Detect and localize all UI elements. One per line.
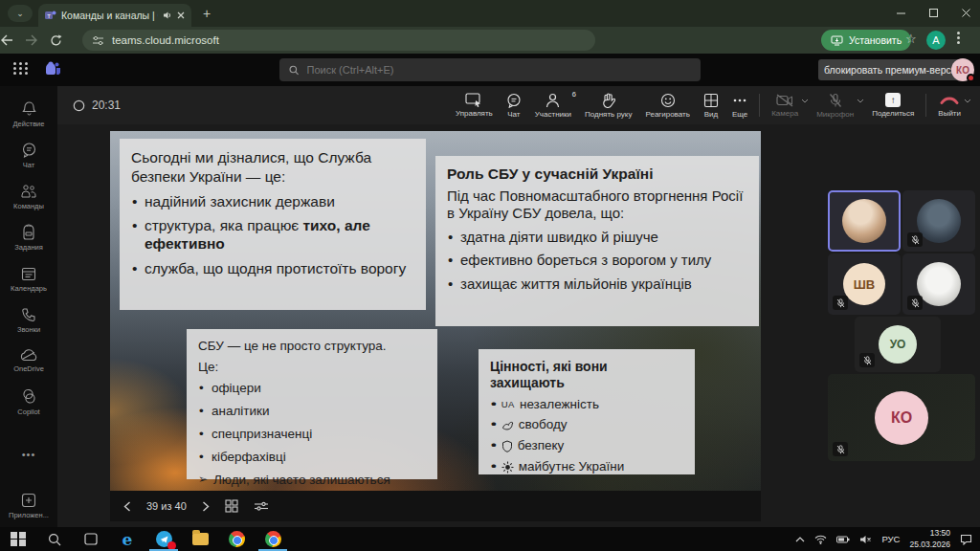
action-center-icon[interactable]	[960, 534, 972, 545]
tab-search-button[interactable]: ⌄	[8, 5, 33, 22]
mic-muted-icon	[833, 442, 848, 456]
window-maximize-button[interactable]	[928, 8, 942, 18]
sidebar-item-chat[interactable]: Чат	[0, 135, 57, 176]
participant-tile[interactable]: УО	[855, 317, 941, 372]
participant-tile[interactable]	[902, 190, 975, 252]
window-minimize-button[interactable]	[896, 8, 909, 18]
sidebar-item-copilot[interactable]: Copilot	[0, 382, 57, 423]
window-close-button[interactable]	[961, 8, 974, 18]
chrome-button[interactable]	[218, 527, 255, 551]
view-grid-icon	[703, 93, 719, 108]
participants-button[interactable]: 6 Участники	[528, 90, 578, 121]
share-icon: ↑	[885, 93, 901, 107]
participant-avatar-photo	[917, 262, 961, 306]
calendar-icon	[21, 266, 36, 281]
bookmark-star-icon[interactable]: ☆	[905, 32, 917, 46]
browser-tabstrip: ⌄ T Команды и каналы | Собр +	[0, 0, 980, 27]
browser-tab[interactable]: T Команды и каналы | Собр	[38, 4, 191, 27]
forward-icon[interactable]	[25, 34, 50, 46]
telegram-icon	[156, 531, 172, 547]
battery-icon[interactable]	[836, 536, 850, 543]
waffle-menu-icon[interactable]	[13, 62, 29, 75]
search-box[interactable]	[279, 58, 701, 81]
edge-button[interactable]: e	[109, 527, 145, 551]
participant-tile[interactable]: ШВ	[828, 253, 901, 315]
backpack-icon	[21, 224, 36, 240]
sidebar-item-calls[interactable]: Звонки	[0, 299, 57, 341]
tab-audio-icon[interactable]	[163, 11, 172, 20]
wifi-icon[interactable]	[814, 535, 827, 544]
raise-hand-button[interactable]: Поднять руку	[578, 90, 638, 121]
sidebar-item-more[interactable]: •••	[0, 433, 57, 474]
bullet-item: кіберфахівці	[198, 450, 426, 466]
browser-profile-avatar[interactable]: A	[926, 31, 946, 50]
react-button[interactable]: Реагировать	[638, 90, 696, 121]
slide-box-people: СБУ — це не просто структура. Це: офіцер…	[187, 329, 437, 479]
address-bar[interactable]: teams.cloud.microsoft	[82, 30, 595, 51]
hangup-icon	[940, 94, 959, 107]
install-button[interactable]: Установить	[821, 30, 911, 51]
sidebar-item-teams[interactable]: Команды	[0, 176, 57, 217]
start-button[interactable]	[0, 527, 36, 551]
meeting-chat-button[interactable]: Чат	[500, 90, 528, 121]
more-dots-icon: •••	[22, 449, 36, 460]
site-settings-icon[interactable]	[92, 35, 104, 46]
premium-banner[interactable]: блокировать премиум-версию	[818, 59, 964, 80]
status-busy-dot	[967, 74, 975, 82]
tab-title: Команды и каналы | Собр	[61, 10, 158, 21]
sidebar-item-assignments[interactable]: Задания	[0, 217, 57, 258]
teams-logo-icon[interactable]	[44, 60, 61, 76]
back-icon[interactable]	[0, 34, 25, 46]
new-tab-button[interactable]: +	[199, 6, 214, 21]
more-button[interactable]: Еще	[725, 90, 754, 121]
tray-time: 13:50	[930, 528, 950, 538]
camera-button[interactable]: Камера	[765, 91, 805, 121]
slide-settings-icon[interactable]	[254, 500, 269, 512]
task-view-button[interactable]	[73, 527, 109, 551]
sun-icon	[501, 461, 514, 474]
language-indicator[interactable]: РУС	[881, 534, 900, 544]
bullet-item: спецпризначенці	[198, 427, 426, 443]
thumbnails-grid-icon[interactable]	[225, 499, 238, 513]
teams-header: блокировать премиум-версию КО	[0, 54, 980, 86]
edge-icon: e	[122, 530, 133, 549]
sidebar-item-activity[interactable]: Действие	[0, 94, 57, 135]
participant-tile[interactable]	[902, 253, 975, 315]
manage-button[interactable]: Управлять	[449, 90, 500, 121]
bullet-item: служба, що щодня протистоїть ворогу	[131, 259, 414, 277]
teams-profile-avatar[interactable]: КО	[951, 58, 974, 81]
sidebar-item-onedrive[interactable]: OneDrive	[0, 341, 57, 382]
view-button[interactable]: Вид	[697, 90, 725, 121]
add-app-icon	[21, 493, 36, 508]
browser-menu-icon[interactable]	[957, 32, 960, 44]
teams-people-icon	[20, 184, 37, 199]
clock[interactable]: 13:50 25.03.2026	[909, 528, 950, 549]
search-input[interactable]	[307, 64, 691, 76]
prev-slide-icon[interactable]	[123, 501, 131, 512]
tray-expand-icon[interactable]	[795, 537, 805, 542]
refresh-icon[interactable]	[50, 34, 75, 47]
tab-close-icon[interactable]	[177, 11, 185, 19]
manage-icon	[465, 93, 482, 107]
mic-button[interactable]: Микрофон	[810, 90, 860, 121]
windows-taskbar: e РУС 13:50 25.03.2026	[0, 527, 980, 551]
sidebar-item-apps[interactable]: Приложен...	[0, 486, 57, 527]
bullet-item: захищає життя мільйонів українців	[447, 276, 747, 294]
telegram-button[interactable]	[145, 527, 182, 551]
chrome-active-button[interactable]	[255, 527, 291, 551]
url-text: teams.cloud.microsoft	[112, 34, 219, 46]
shield-icon	[501, 440, 513, 452]
next-slide-icon[interactable]	[202, 501, 210, 512]
notification-badge	[167, 541, 176, 550]
participant-tile-speaker[interactable]	[828, 190, 901, 252]
volume-muted-icon[interactable]	[859, 535, 872, 544]
self-video-tile[interactable]: КО	[828, 374, 975, 461]
file-explorer-button[interactable]	[182, 527, 218, 551]
share-button[interactable]: ↑ Поделиться	[865, 90, 921, 121]
mic-muted-icon	[859, 353, 875, 367]
sidebar-item-calendar[interactable]: Календарь	[0, 258, 57, 299]
leave-button[interactable]: Выйти	[931, 91, 968, 121]
install-label: Установить	[849, 34, 902, 46]
taskbar-search-button[interactable]	[36, 527, 73, 551]
value-item: • UA незалежність	[490, 397, 683, 413]
